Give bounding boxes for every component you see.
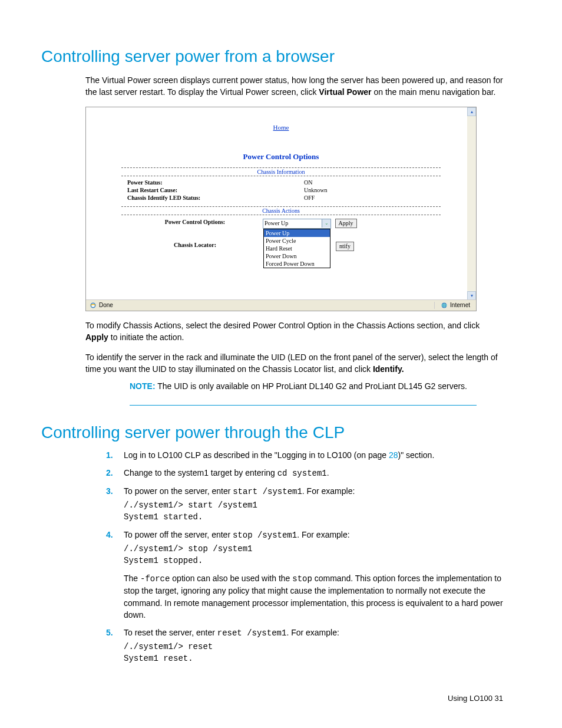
screenshot-title: Power Control Options xyxy=(86,152,476,162)
info-row: Power Status: ON xyxy=(121,179,441,186)
chassis-actions-header: Chassis Actions xyxy=(121,206,441,215)
step-5: To reset the server, enter reset /system… xyxy=(124,627,503,664)
pco-option[interactable]: Power Down xyxy=(264,252,330,260)
modify-pre: To modify Chassis Actions, select the de… xyxy=(85,321,480,330)
pco-option[interactable]: Hard Reset xyxy=(264,245,330,252)
s2-pre: Change to the system1 target by entering xyxy=(124,468,277,477)
info-row: Last Restart Cause: Unknown xyxy=(121,186,441,194)
s4-code-block: /./system1/> stop /system1 System1 stopp… xyxy=(124,543,503,567)
note-label: NOTE: xyxy=(130,381,156,391)
s3-post: . For example: xyxy=(302,486,355,496)
power-status-value: ON xyxy=(304,179,435,186)
pco-dropdown[interactable]: Power Up Power Cycle Hard Reset Power Do… xyxy=(263,229,330,268)
identify-button[interactable]: ntify xyxy=(336,242,354,251)
note-text: The UID is only available on HP ProLiant… xyxy=(156,381,467,391)
identify-pre: To identify the server in the rack and i… xyxy=(85,353,498,374)
note-block: NOTE: The UID is only available on HP Pr… xyxy=(130,381,477,391)
status-done-text: Done xyxy=(99,302,113,308)
modify-paragraph: To modify Chassis Actions, select the de… xyxy=(85,319,503,344)
led-status-value: OFF xyxy=(304,195,435,201)
intro-paragraph: The Virtual Power screen displays curren… xyxy=(85,74,503,98)
s1-pre: Log in to LO100 CLP as described in the … xyxy=(124,450,389,460)
chevron-down-icon[interactable]: ⌄ xyxy=(322,219,330,228)
s5-code: reset /system1 xyxy=(217,628,287,638)
embedded-screenshot: ▴ ▾ Home Power Control Options Chassis I… xyxy=(85,107,477,311)
intro-post: on the main menu navigation bar. xyxy=(372,87,496,97)
step-4: To power off the server, enter stop /sys… xyxy=(124,529,503,621)
s4-code: stop /system1 xyxy=(233,531,297,540)
s4-force-code: -force xyxy=(140,574,170,584)
led-status-label: Chassis Identify LED Status: xyxy=(127,195,304,201)
scroll-down-icon[interactable]: ▾ xyxy=(467,291,476,300)
pco-option[interactable]: Power Up xyxy=(264,229,330,237)
scrollbar[interactable]: ▴ ▾ xyxy=(467,107,476,300)
restart-cause-value: Unknown xyxy=(304,187,435,193)
s4-para-a: The xyxy=(124,574,140,583)
done-icon xyxy=(90,302,97,309)
scroll-up-icon[interactable]: ▴ xyxy=(467,107,476,116)
pco-select[interactable]: Power Up ⌄ Power Up Power Cycle Hard Res… xyxy=(263,219,331,229)
step-1: Log in to LO100 CLP as described in the … xyxy=(124,449,503,461)
s4-post: . For example: xyxy=(297,530,349,539)
restart-cause-label: Last Restart Cause: xyxy=(127,187,304,193)
apply-button[interactable]: Apply xyxy=(335,219,357,228)
section-divider xyxy=(130,405,477,406)
identify-bold: Identify. xyxy=(373,364,404,374)
identify-paragraph: To identify the server in the rack and i… xyxy=(85,351,503,375)
info-row: Chassis Identify LED Status: OFF xyxy=(121,194,441,202)
virtual-power-bold: Virtual Power xyxy=(319,87,371,97)
chassis-info-header: Chassis Information xyxy=(121,167,441,176)
apply-bold: Apply xyxy=(85,332,108,342)
page-link[interactable]: 28 xyxy=(389,450,398,460)
heading-browser: Controlling server power from a browser xyxy=(41,47,521,66)
pco-selected: Power Up xyxy=(265,220,288,226)
pco-option[interactable]: Power Cycle xyxy=(264,237,330,245)
locator-label: Chassis Locator: xyxy=(127,242,263,248)
home-link[interactable]: Home xyxy=(86,107,476,131)
s5-code-block: /./system1/> reset System1 reset. xyxy=(124,641,503,665)
status-zone-text: Internet xyxy=(450,302,470,308)
browser-status-bar: Done Internet xyxy=(86,299,476,311)
modify-post: to initiate the action. xyxy=(108,332,184,342)
step-2: Change to the system1 target by entering… xyxy=(124,467,503,479)
s2-code: cd system1 xyxy=(277,469,327,478)
pco-label: Power Control Options: xyxy=(127,219,263,225)
power-status-label: Power Status: xyxy=(127,179,304,186)
s3-pre: To power on the server, enter xyxy=(124,486,233,496)
heading-clp: Controlling server power through the CLP xyxy=(41,423,521,442)
s5-post: . For example: xyxy=(286,628,339,637)
pco-option[interactable]: Forced Power Down xyxy=(264,260,330,268)
s4-sub-paragraph: The -force option can also be used with … xyxy=(124,572,503,621)
step-3: To power on the server, enter start /sys… xyxy=(124,485,503,523)
s4-stop-code: stop xyxy=(292,574,312,584)
clp-steps: Log in to LO100 CLP as described in the … xyxy=(106,449,503,664)
s2-post: . xyxy=(327,468,329,477)
page-footer: Using LO100 31 xyxy=(41,694,503,703)
s1-post: )" section. xyxy=(398,450,435,460)
s4-para-b: option can also be used with the xyxy=(170,574,292,583)
s4-pre: To power off the server, enter xyxy=(124,530,233,539)
s3-code-block: /./system1/> start /system1 System1 star… xyxy=(124,499,503,523)
s3-code: start /system1 xyxy=(233,487,302,496)
s5-pre: To reset the server, enter xyxy=(124,628,217,637)
internet-zone-icon xyxy=(441,302,448,309)
